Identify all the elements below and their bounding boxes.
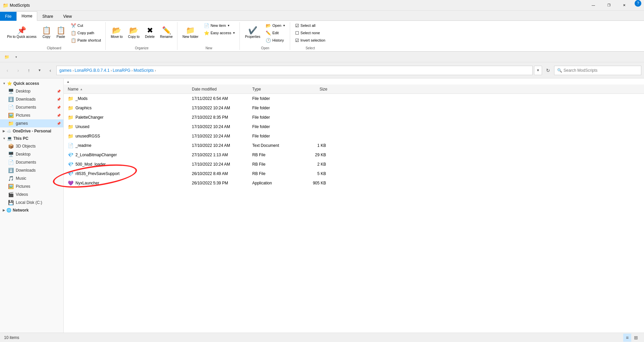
table-row[interactable]: 📁unusedRGSS 17/10/2022 10:24 AM File fol…: [64, 131, 644, 141]
breadcrumb-item-lonarpg[interactable]: LonaRPG: [113, 68, 130, 73]
history-button[interactable]: 🕐 History: [263, 37, 288, 44]
sidebar-item-downloads-quick[interactable]: ⬇️ Downloads 📌: [0, 95, 63, 103]
folder-icon: 📁: [68, 96, 73, 101]
ribbon-group-organize: 📂 Move to 📂 Copy to ✖ Delete ✏️ Rename O…: [106, 22, 177, 50]
open-button[interactable]: 📂 Open ▼: [263, 22, 288, 29]
tab-view[interactable]: View: [58, 12, 77, 21]
sidebar-item-music-pc[interactable]: 🎵 Music: [0, 174, 63, 182]
col-header-type[interactable]: Type: [250, 87, 303, 92]
3dobjects-icon: 📦: [8, 144, 14, 149]
new-item-icon: 📄: [204, 23, 209, 28]
onedrive-section-header[interactable]: ▶ ☁️ OneDrive - Personal: [0, 127, 63, 135]
view-buttons: ≡ ⊞: [623, 334, 640, 342]
collapse-files-button[interactable]: ▲: [64, 78, 644, 84]
select-all-button[interactable]: ☑ Select all: [293, 22, 328, 29]
rename-button[interactable]: ✏️ Rename: [158, 22, 175, 44]
new-folder-button[interactable]: 📁 New folder: [180, 22, 201, 44]
table-row[interactable]: 📁Unused 17/10/2022 10:24 AM File folder: [64, 122, 644, 131]
edit-button[interactable]: ✏️ Edit: [263, 30, 288, 36]
delete-button[interactable]: ✖ Delete: [143, 22, 157, 44]
copy-path-button[interactable]: 📋 Copy path: [68, 30, 103, 36]
quick-access-toolbar: 📁 ▾: [0, 52, 644, 62]
search-input[interactable]: [564, 68, 638, 73]
sidebar-item-desktop-pc[interactable]: 🖥️ Desktop: [0, 150, 63, 158]
help-button[interactable]: ?: [635, 0, 641, 7]
table-row[interactable]: 📁Graphics 17/10/2022 10:24 AM File folde…: [64, 103, 644, 113]
sidebar-item-localdisk-pc[interactable]: 💾 Local Disk (C:): [0, 198, 63, 207]
up-button[interactable]: ↑: [24, 66, 34, 75]
minimize-button[interactable]: —: [586, 0, 601, 11]
file-list-body: 📁_Mods 17/11/2022 6:54 AM File folder 📁G…: [64, 94, 644, 333]
table-row[interactable]: 💎2_LonaBitmapChanger 27/10/2022 1:13 AM …: [64, 150, 644, 160]
edit-icon: ✏️: [266, 31, 271, 36]
refresh-button[interactable]: ↻: [543, 66, 553, 75]
sidebar-item-pictures-quick[interactable]: 🖼️ Pictures 📌: [0, 111, 63, 119]
cut-button[interactable]: ✂️ Cut: [68, 22, 103, 29]
table-row[interactable]: 💜NyxLauncher 26/10/2022 5:39 PM Applicat…: [64, 178, 644, 188]
app-icon: 📁: [3, 3, 8, 8]
invert-selection-button[interactable]: ☑ Invert selection: [293, 37, 328, 44]
recent-button[interactable]: ▼: [35, 66, 44, 75]
address-dropdown-button[interactable]: ▼: [534, 66, 542, 75]
qat-folder-button[interactable]: 📁: [3, 53, 11, 61]
col-header-name[interactable]: Name ▲: [65, 87, 189, 92]
sidebar-item-pictures-pc[interactable]: 🖼️ Pictures: [0, 182, 63, 190]
folder-icon: 📁: [68, 124, 73, 129]
easy-access-button[interactable]: ⭐ Easy access ▼: [202, 30, 238, 36]
tab-share[interactable]: Share: [37, 12, 58, 21]
new-item-dropdown-icon: ▼: [227, 24, 230, 27]
collapse-arrow-thispc: ▼: [3, 137, 6, 140]
close-button[interactable]: ✕: [616, 0, 632, 11]
new-item-button[interactable]: 📄 New item ▼: [202, 22, 238, 29]
table-row[interactable]: 💎r8535_PrevSaveSupport 26/10/2022 8:49 A…: [64, 169, 644, 178]
col-header-date[interactable]: Date modified: [189, 87, 250, 92]
sidebar-item-documents-quick[interactable]: 📄 Documents 📌: [0, 103, 63, 111]
sidebar-item-downloads-pc[interactable]: ⬇️ Downloads: [0, 166, 63, 174]
table-row[interactable]: 📄_readme 17/10/2022 10:24 AM Text Docume…: [64, 141, 644, 150]
table-row[interactable]: 💎500_Mod_loader 17/10/2022 10:24 AM RB F…: [64, 160, 644, 169]
table-row[interactable]: 📁PaletteChanger 27/10/2022 8:35 PM File …: [64, 113, 644, 122]
move-to-button[interactable]: 📂 Move to: [108, 22, 125, 44]
pin-to-quick-access-button[interactable]: 📌 Pin to Quick access: [5, 22, 39, 44]
restore-button[interactable]: ❐: [601, 0, 616, 11]
address-bar[interactable]: games › LonaRPG.B.0.7.4.1 › LonaRPG › Mo…: [56, 66, 533, 75]
doc-icon: 📄: [68, 143, 73, 148]
pin-indicator-pic: 📌: [57, 114, 61, 117]
select-none-button[interactable]: ☐ Select none: [293, 30, 328, 36]
paste-shortcut-button[interactable]: 📋 Paste shortcut: [68, 37, 103, 44]
sidebar-item-documents-pc[interactable]: 📄 Documents: [0, 158, 63, 166]
tab-file[interactable]: File: [0, 12, 16, 21]
paste-button[interactable]: 📋 Paste: [54, 22, 68, 44]
network-section-header[interactable]: ▶ 🌐 Network: [0, 207, 63, 214]
search-icon: 🔍: [557, 68, 562, 73]
copy-button[interactable]: 📋 Copy: [40, 22, 53, 44]
sidebar-item-3dobjects[interactable]: 📦 3D Objects: [0, 142, 63, 150]
large-icons-view-button[interactable]: ⊞: [632, 334, 640, 342]
table-row[interactable]: 📁_Mods 17/11/2022 6:54 AM File folder: [64, 94, 644, 103]
qat-chevron-button[interactable]: ▾: [12, 53, 20, 61]
sidebar-item-desktop-quick[interactable]: 🖥️ Desktop 📌: [0, 87, 63, 95]
music-pc-icon: 🎵: [8, 176, 14, 181]
win-controls: — ❐ ✕ ?: [586, 0, 641, 11]
forward-button[interactable]: ›: [13, 66, 23, 75]
back-button[interactable]: ‹: [3, 66, 12, 75]
desktop-pc-icon: 🖥️: [8, 152, 14, 157]
properties-button[interactable]: ✔️ Properties: [243, 22, 263, 44]
breadcrumb-item-modscripts[interactable]: ModScripts: [133, 68, 154, 73]
copy-to-button[interactable]: 📂 Copy to: [126, 22, 142, 44]
details-view-button[interactable]: ≡: [623, 334, 631, 342]
quick-access-section-header[interactable]: ▼ ⭐ Quick access: [0, 80, 63, 87]
downloads-pc-icon: ⬇️: [8, 168, 14, 173]
sidebar-item-videos-pc[interactable]: 🎬 Videos: [0, 190, 63, 198]
breadcrumb-item-games[interactable]: games: [59, 68, 71, 73]
ribbon-content: 📌 Pin to Quick access 📋 Copy 📋 Paste ✂️: [0, 21, 644, 52]
tab-home[interactable]: Home: [16, 11, 37, 21]
search-bar[interactable]: 🔍: [554, 66, 641, 75]
paste-shortcut-icon: 📋: [71, 38, 76, 43]
prev-location-button[interactable]: ‹: [46, 66, 55, 75]
thispc-section-header[interactable]: ▼ 💻 This PC: [0, 135, 63, 142]
sidebar-item-games-quick[interactable]: 📁 games 📌: [0, 119, 63, 127]
col-header-size[interactable]: Size: [303, 87, 330, 92]
breadcrumb-item-lonarpg-version[interactable]: LonaRPG.B.0.7.4.1: [74, 68, 109, 73]
collapse-arrow-onedrive: ▶: [3, 129, 5, 133]
